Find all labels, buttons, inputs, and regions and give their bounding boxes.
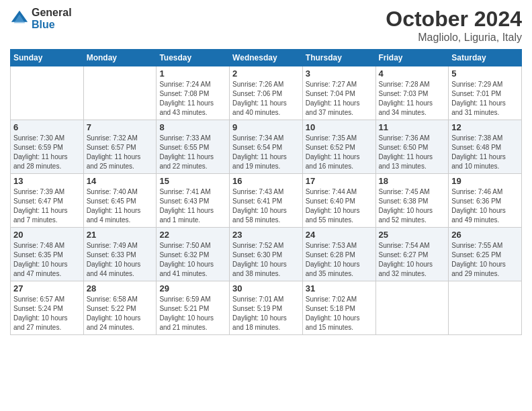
- day-info: Sunrise: 7:45 AMSunset: 6:38 PMDaylight:…: [379, 187, 446, 225]
- day-number: 6: [13, 122, 81, 132]
- day-number: 30: [232, 283, 300, 293]
- calendar-cell: 27Sunrise: 6:57 AMSunset: 5:24 PMDayligh…: [11, 281, 84, 335]
- calendar-cell: [11, 66, 84, 120]
- calendar-cell: 3Sunrise: 7:27 AMSunset: 7:04 PMDaylight…: [302, 66, 375, 120]
- day-number: 23: [232, 230, 300, 240]
- day-info: Sunrise: 7:32 AMSunset: 6:57 PMDaylight:…: [87, 134, 154, 171]
- title-block: October 2024 Magliolo, Liguria, Italy: [386, 7, 522, 44]
- day-number: 29: [159, 283, 226, 293]
- calendar-cell: 5Sunrise: 7:29 AMSunset: 7:01 PMDaylight…: [449, 66, 522, 120]
- calendar-cell: [375, 281, 449, 335]
- day-info: Sunrise: 7:33 AMSunset: 6:55 PMDaylight:…: [159, 134, 226, 171]
- day-number: 4: [379, 68, 446, 79]
- month-title: October 2024: [386, 7, 522, 32]
- day-number: 19: [451, 176, 519, 186]
- day-info: Sunrise: 7:29 AMSunset: 7:01 PMDaylight:…: [451, 80, 519, 118]
- day-number: 25: [379, 230, 446, 240]
- day-info: Sunrise: 7:43 AMSunset: 6:41 PMDaylight:…: [232, 187, 300, 225]
- day-info: Sunrise: 7:48 AMSunset: 6:35 PMDaylight:…: [13, 241, 81, 279]
- calendar-cell: 11Sunrise: 7:36 AMSunset: 6:50 PMDayligh…: [375, 120, 449, 174]
- header-wednesday: Wednesday: [230, 50, 303, 66]
- day-number: 15: [159, 176, 226, 186]
- day-number: 20: [13, 230, 81, 240]
- header-thursday: Thursday: [302, 50, 375, 66]
- day-number: 18: [379, 176, 446, 186]
- calendar-cell: 28Sunrise: 6:58 AMSunset: 5:22 PMDayligh…: [83, 281, 157, 335]
- day-info: Sunrise: 7:49 AMSunset: 6:33 PMDaylight:…: [87, 241, 154, 279]
- day-info: Sunrise: 7:02 AMSunset: 5:18 PMDaylight:…: [306, 295, 373, 332]
- calendar-cell: 24Sunrise: 7:53 AMSunset: 6:28 PMDayligh…: [302, 228, 375, 281]
- calendar-cell: [449, 281, 522, 335]
- day-info: Sunrise: 7:34 AMSunset: 6:54 PMDaylight:…: [232, 134, 300, 171]
- calendar-cell: 7Sunrise: 7:32 AMSunset: 6:57 PMDaylight…: [83, 120, 157, 174]
- day-number: 17: [306, 176, 373, 186]
- day-info: Sunrise: 7:30 AMSunset: 6:59 PMDaylight:…: [13, 134, 81, 171]
- calendar-cell: 19Sunrise: 7:46 AMSunset: 6:36 PMDayligh…: [449, 174, 522, 228]
- day-info: Sunrise: 7:01 AMSunset: 5:19 PMDaylight:…: [232, 295, 300, 332]
- calendar-cell: 26Sunrise: 7:55 AMSunset: 6:25 PMDayligh…: [449, 228, 522, 281]
- calendar-cell: 18Sunrise: 7:45 AMSunset: 6:38 PMDayligh…: [375, 174, 449, 228]
- day-number: 12: [451, 122, 519, 132]
- calendar-cell: 30Sunrise: 7:01 AMSunset: 5:19 PMDayligh…: [230, 281, 303, 335]
- calendar-cell: 31Sunrise: 7:02 AMSunset: 5:18 PMDayligh…: [302, 281, 375, 335]
- day-number: 8: [159, 122, 226, 132]
- logo-blue: Blue: [32, 19, 72, 31]
- calendar-cell: 14Sunrise: 7:40 AMSunset: 6:45 PMDayligh…: [83, 174, 157, 228]
- day-info: Sunrise: 7:39 AMSunset: 6:47 PMDaylight:…: [13, 187, 81, 225]
- day-info: Sunrise: 7:41 AMSunset: 6:43 PMDaylight:…: [159, 187, 226, 225]
- calendar-cell: 25Sunrise: 7:54 AMSunset: 6:27 PMDayligh…: [375, 228, 449, 281]
- day-info: Sunrise: 6:58 AMSunset: 5:22 PMDaylight:…: [87, 295, 154, 332]
- calendar-cell: 1Sunrise: 7:24 AMSunset: 7:08 PMDaylight…: [157, 66, 230, 120]
- day-info: Sunrise: 7:50 AMSunset: 6:32 PMDaylight:…: [159, 241, 226, 279]
- calendar-cell: 17Sunrise: 7:44 AMSunset: 6:40 PMDayligh…: [302, 174, 375, 228]
- day-number: 11: [379, 122, 446, 132]
- day-number: 3: [306, 68, 373, 79]
- day-number: 13: [13, 176, 81, 186]
- calendar-cell: 10Sunrise: 7:35 AMSunset: 6:52 PMDayligh…: [302, 120, 375, 174]
- calendar-cell: 16Sunrise: 7:43 AMSunset: 6:41 PMDayligh…: [230, 174, 303, 228]
- day-number: 26: [451, 230, 519, 240]
- day-number: 14: [87, 176, 154, 186]
- day-number: 27: [13, 283, 81, 293]
- page-container: General Blue October 2024 Magliolo, Ligu…: [0, 0, 532, 342]
- day-number: 24: [306, 230, 373, 240]
- header-saturday: Saturday: [449, 50, 522, 66]
- day-number: 21: [87, 230, 154, 240]
- day-info: Sunrise: 7:38 AMSunset: 6:48 PMDaylight:…: [451, 134, 519, 171]
- day-info: Sunrise: 7:35 AMSunset: 6:52 PMDaylight:…: [306, 134, 373, 171]
- day-number: 22: [159, 230, 226, 240]
- header-friday: Friday: [375, 50, 449, 66]
- calendar-cell: 29Sunrise: 6:59 AMSunset: 5:21 PMDayligh…: [157, 281, 230, 335]
- header: General Blue October 2024 Magliolo, Ligu…: [10, 7, 522, 44]
- day-info: Sunrise: 6:57 AMSunset: 5:24 PMDaylight:…: [13, 295, 81, 332]
- day-number: 2: [232, 68, 300, 79]
- day-info: Sunrise: 7:24 AMSunset: 7:08 PMDaylight:…: [159, 80, 226, 118]
- day-info: Sunrise: 6:59 AMSunset: 5:21 PMDaylight:…: [159, 295, 226, 332]
- logo-general: General: [32, 7, 72, 19]
- day-info: Sunrise: 7:52 AMSunset: 6:30 PMDaylight:…: [232, 241, 300, 279]
- calendar-cell: 8Sunrise: 7:33 AMSunset: 6:55 PMDaylight…: [157, 120, 230, 174]
- day-number: 7: [87, 122, 154, 132]
- day-number: 31: [306, 283, 373, 293]
- day-number: 28: [87, 283, 154, 293]
- calendar-cell: 13Sunrise: 7:39 AMSunset: 6:47 PMDayligh…: [11, 174, 84, 228]
- calendar-header: SundayMondayTuesdayWednesdayThursdayFrid…: [11, 50, 522, 66]
- day-info: Sunrise: 7:36 AMSunset: 6:50 PMDaylight:…: [379, 134, 446, 171]
- day-info: Sunrise: 7:27 AMSunset: 7:04 PMDaylight:…: [306, 80, 373, 118]
- calendar-cell: 23Sunrise: 7:52 AMSunset: 6:30 PMDayligh…: [230, 228, 303, 281]
- day-number: 9: [232, 122, 300, 132]
- header-sunday: Sunday: [11, 50, 84, 66]
- day-info: Sunrise: 7:46 AMSunset: 6:36 PMDaylight:…: [451, 187, 519, 225]
- day-info: Sunrise: 7:26 AMSunset: 7:06 PMDaylight:…: [232, 80, 300, 118]
- calendar-cell: 22Sunrise: 7:50 AMSunset: 6:32 PMDayligh…: [157, 228, 230, 281]
- day-info: Sunrise: 7:40 AMSunset: 6:45 PMDaylight:…: [87, 187, 154, 225]
- day-info: Sunrise: 7:55 AMSunset: 6:25 PMDaylight:…: [451, 241, 519, 279]
- location: Magliolo, Liguria, Italy: [386, 32, 522, 44]
- calendar-table: SundayMondayTuesdayWednesdayThursdayFrid…: [10, 49, 522, 335]
- day-info: Sunrise: 7:54 AMSunset: 6:27 PMDaylight:…: [379, 241, 446, 279]
- day-info: Sunrise: 7:44 AMSunset: 6:40 PMDaylight:…: [306, 187, 373, 225]
- calendar-cell: 12Sunrise: 7:38 AMSunset: 6:48 PMDayligh…: [449, 120, 522, 174]
- day-number: 5: [451, 68, 519, 79]
- calendar-cell: 2Sunrise: 7:26 AMSunset: 7:06 PMDaylight…: [230, 66, 303, 120]
- logo-icon: [10, 9, 29, 28]
